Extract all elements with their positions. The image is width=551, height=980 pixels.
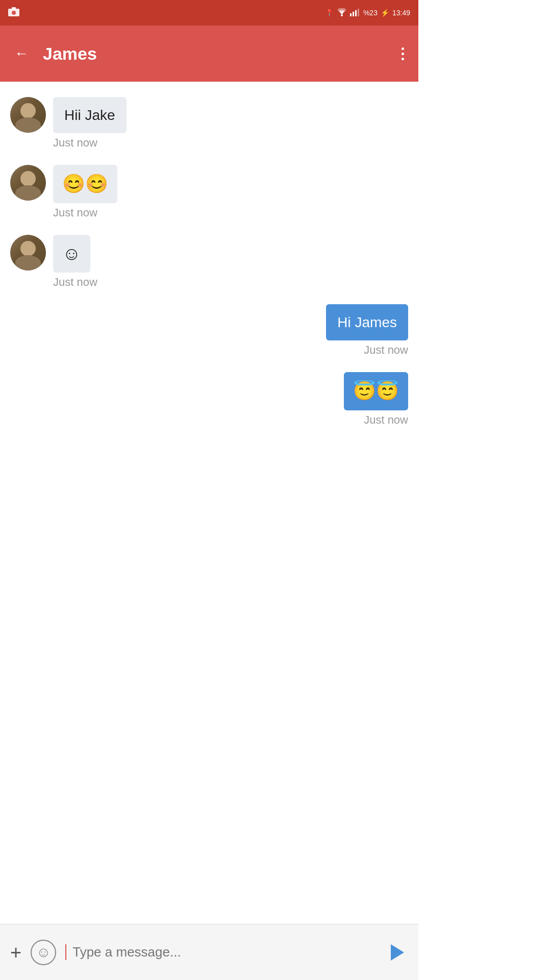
avatar: [10, 235, 46, 271]
signal-icon: [350, 8, 360, 18]
send-button[interactable]: [387, 940, 408, 965]
menu-dot-1: [402, 47, 404, 50]
message-bubble: Hi James: [326, 304, 408, 340]
avatar-image: [10, 165, 46, 201]
menu-dot-3: [402, 58, 404, 60]
overflow-menu-button[interactable]: [397, 43, 408, 64]
message-timestamp: Just now: [364, 344, 408, 357]
chat-area: Hii Jake Just now 😊😊 Just now ☺ Just now…: [0, 82, 418, 924]
add-attachment-button[interactable]: +: [10, 943, 21, 962]
menu-dot-2: [402, 53, 404, 55]
message-content: Hii Jake: [10, 97, 127, 133]
avatar-image: [10, 235, 46, 271]
status-icons: 📍 %23 ⚡ 13:49: [325, 8, 410, 18]
emoji-icon: ☺: [36, 944, 51, 961]
svg-rect-7: [358, 9, 359, 16]
avatar-image: [10, 97, 46, 133]
location-icon: 📍: [325, 9, 334, 17]
send-arrow-icon: [391, 944, 404, 961]
svg-rect-6: [355, 10, 357, 16]
message-bubble: Hii Jake: [53, 97, 127, 133]
status-bar-image-icon: [8, 7, 19, 18]
message-timestamp: Just now: [364, 413, 408, 427]
message-content: Hi James: [326, 304, 408, 340]
message-timestamp: Just now: [10, 136, 97, 150]
wifi-icon: [337, 8, 347, 18]
status-bar: 📍 %23 ⚡ 13:49: [0, 0, 418, 26]
message-input[interactable]: [65, 944, 378, 960]
message-row: ☺ Just now: [10, 235, 408, 289]
message-bubble: 😇😇: [344, 372, 408, 410]
message-row: 😇😇 Just now: [10, 372, 408, 426]
avatar: [10, 97, 46, 133]
svg-rect-2: [12, 7, 16, 9]
message-content: ☺: [10, 235, 90, 273]
battery-text: %23: [363, 9, 378, 17]
message-row: 😊😊 Just now: [10, 165, 408, 219]
message-bubble: 😊😊: [53, 165, 117, 203]
message-timestamp: Just now: [10, 206, 97, 219]
svg-rect-5: [353, 12, 354, 16]
time-display: 13:49: [392, 9, 410, 17]
avatar: [10, 165, 46, 201]
toolbar: ← James: [0, 26, 418, 82]
svg-point-1: [12, 11, 16, 15]
battery-icon: ⚡: [381, 9, 389, 17]
message-content: 😊😊: [10, 165, 117, 203]
message-row: Hi James Just now: [10, 304, 408, 357]
back-button[interactable]: ←: [10, 41, 33, 66]
message-bubble: ☺: [53, 235, 90, 273]
svg-rect-4: [350, 13, 352, 16]
svg-point-3: [341, 14, 343, 16]
message-timestamp: Just now: [10, 276, 97, 289]
message-row: Hii Jake Just now: [10, 97, 408, 150]
chat-title: James: [43, 44, 387, 64]
input-bar: + ☺: [0, 924, 418, 980]
emoji-picker-button[interactable]: ☺: [31, 940, 56, 965]
message-content: 😇😇: [344, 372, 408, 410]
